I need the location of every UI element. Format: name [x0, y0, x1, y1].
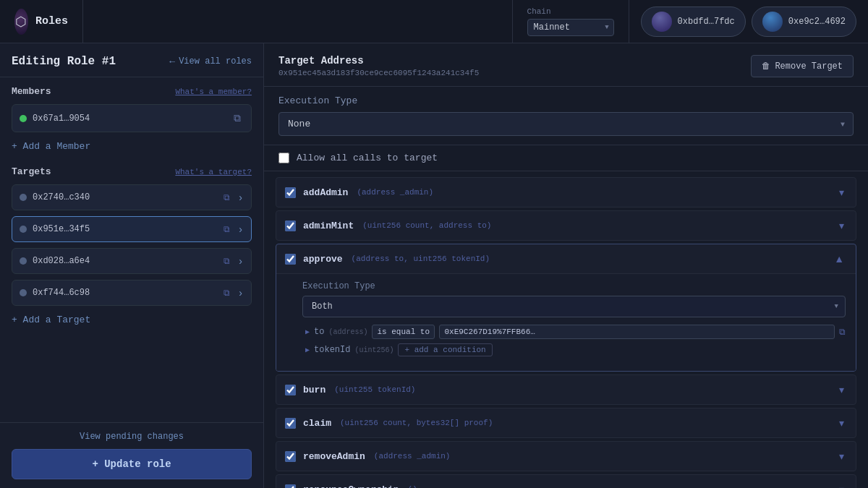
- logo-area: ⬡ Roles: [0, 0, 83, 43]
- target-address-section: Target Address 0x951ec45a3d183f30ce9cec6…: [264, 43, 868, 87]
- wallet-item-1[interactable]: 0xbdfd…7fdc: [641, 7, 746, 37]
- function-checkbox-1[interactable]: [285, 221, 296, 231]
- chain-section: Chain Mainnet: [512, 0, 629, 43]
- exec-type-label: Execution Type: [278, 95, 854, 106]
- function-checkbox-4[interactable]: [285, 418, 296, 429]
- targets-section-header: Targets What's a target?: [0, 158, 263, 181]
- function-checkbox-3[interactable]: [285, 385, 296, 395]
- main-layout: Editing Role #1 View all roles Members W…: [0, 43, 868, 488]
- condition-row-2-1: ▶tokenId(uint256)+ add a condition: [302, 343, 846, 356]
- function-header-2[interactable]: approve(address to, uint256 tokenId)▲: [276, 244, 856, 273]
- function-expand-button-1[interactable]: ▾: [836, 218, 847, 233]
- function-checkbox-2[interactable]: [285, 254, 296, 265]
- target-item-2[interactable]: 0xd028…a6e4 ⧉ ›: [12, 248, 252, 274]
- function-expand-button-0[interactable]: ▾: [836, 185, 847, 200]
- wallet-item-2[interactable]: 0xe9c2…4692: [752, 7, 856, 37]
- wallet-items: 0xbdfd…7fdc 0xe9c2…4692: [629, 0, 868, 43]
- function-params-4: (uint256 count, bytes32[] proof): [340, 419, 493, 427]
- function-row-5: removeAdmin(address _admin)▾: [276, 441, 856, 471]
- editing-role-header: Editing Role #1 View all roles: [0, 43, 263, 77]
- wallet-address-1: 0xbdfd…7fdc: [678, 17, 735, 27]
- function-checkbox-5[interactable]: [285, 451, 296, 462]
- function-expand-button-2[interactable]: ▲: [831, 252, 847, 266]
- condition-operator-select-2-0[interactable]: is equal to: [372, 325, 435, 339]
- target-copy-button-2[interactable]: ⧉: [222, 254, 231, 267]
- member-copy-button[interactable]: ⧉: [231, 111, 244, 126]
- condition-expand-arrow-2-1[interactable]: ▶: [305, 346, 310, 354]
- target-copy-button-1[interactable]: ⧉: [222, 223, 231, 236]
- condition-field-type-2-1: (uint256): [354, 346, 393, 354]
- function-header-5[interactable]: removeAdmin(address _admin)▾: [276, 442, 856, 471]
- right-panel: Target Address 0x951ec45a3d183f30ce9cec6…: [264, 43, 868, 488]
- chain-select-wrap: Mainnet: [527, 19, 614, 36]
- function-row-4: claim(uint256 count, bytes32[] proof)▾: [276, 408, 856, 438]
- target-dot-3: [20, 289, 27, 296]
- function-checkbox-6[interactable]: [285, 484, 296, 489]
- add-member-link[interactable]: + Add a Member: [0, 135, 263, 158]
- function-header-0[interactable]: addAdmin(address _admin)▾: [276, 178, 856, 207]
- target-dot-1: [20, 226, 27, 233]
- condition-field-type-2-0: (address): [328, 328, 367, 336]
- exec-select-wrap: None Send DelegateCall Both: [278, 112, 854, 136]
- execution-type-section: Execution Type None Send DelegateCall Bo…: [264, 87, 868, 145]
- function-expand-button-5[interactable]: ▾: [836, 449, 847, 463]
- target-copy-button-0[interactable]: ⧉: [222, 191, 231, 204]
- target-arrow-button-1[interactable]: ›: [237, 222, 244, 236]
- view-all-roles-link[interactable]: View all roles: [169, 56, 252, 67]
- top-nav: ⬡ Roles Chain Mainnet 0xbdfd…7fdc 0xe9c2…: [0, 0, 868, 43]
- target-item-1[interactable]: 0x951e…34f5 ⧉ ›: [12, 216, 252, 242]
- function-name-3: burn: [303, 385, 326, 395]
- function-name-6: renounceOwnership: [303, 484, 399, 489]
- add-condition-button-2-1[interactable]: + add a condition: [398, 343, 492, 356]
- function-row-2: approve(address to, uint256 tokenId)▲Exe…: [276, 244, 856, 372]
- function-expanded-body-2: Execution TypeSendDelegateCallBoth▶to(ad…: [276, 273, 856, 371]
- app-logo: ⬡: [14, 9, 28, 35]
- target-item-0[interactable]: 0x2740…c340 ⧉ ›: [12, 184, 252, 210]
- target-address-0: 0x2740…c340: [33, 192, 216, 202]
- target-item-3[interactable]: 0xf744…6c98 ⧉ ›: [12, 280, 252, 306]
- function-params-6: (): [408, 485, 417, 488]
- view-pending-link[interactable]: View pending changes: [12, 432, 252, 442]
- function-header-4[interactable]: claim(uint256 count, bytes32[] proof)▾: [276, 408, 856, 437]
- function-params-2: (address to, uint256 tokenId): [352, 254, 490, 263]
- function-header-3[interactable]: burn(uint255 tokenId)▾: [276, 375, 856, 404]
- condition-value-input-2-0[interactable]: [439, 325, 835, 339]
- remove-target-button[interactable]: 🗑 Remove Target: [751, 55, 854, 77]
- function-params-0: (address _admin): [357, 188, 433, 197]
- target-dot-2: [20, 257, 27, 265]
- update-role-button[interactable]: + Update role: [12, 449, 252, 479]
- function-header-6[interactable]: renounceOwnership()▾: [276, 475, 856, 488]
- exec-type-select[interactable]: None Send DelegateCall Both: [278, 112, 854, 136]
- member-status-dot: [20, 115, 27, 122]
- function-expand-button-3[interactable]: ▾: [836, 382, 847, 397]
- function-checkbox-0[interactable]: [285, 187, 296, 198]
- function-name-5: removeAdmin: [303, 451, 365, 462]
- target-addr-info: Target Address 0x951ec45a3d183f30ce9cec6…: [278, 55, 479, 77]
- function-params-1: (uint256 count, address to): [362, 221, 491, 230]
- function-name-1: adminMint: [303, 221, 354, 231]
- functions-list: addAdmin(address _admin)▾adminMint(uint2…: [264, 171, 868, 488]
- function-params-3: (uint255 tokenId): [334, 385, 415, 394]
- targets-help-link[interactable]: What's a target?: [175, 168, 252, 176]
- wallet-avatar-1: [652, 12, 672, 32]
- expanded-exec-select-2[interactable]: SendDelegateCallBoth: [302, 296, 846, 317]
- left-footer: View pending changes + Update role: [0, 422, 263, 488]
- function-header-1[interactable]: adminMint(uint256 count, address to)▾: [276, 211, 856, 240]
- members-help-link[interactable]: What's a member?: [175, 87, 252, 96]
- function-expand-button-6[interactable]: ▾: [836, 482, 847, 488]
- target-arrow-button-0[interactable]: ›: [237, 190, 244, 205]
- condition-copy-button-2-0[interactable]: ⧉: [839, 327, 846, 337]
- add-target-link[interactable]: + Add a Target: [0, 309, 263, 331]
- allow-all-checkbox[interactable]: [278, 153, 289, 163]
- function-expand-button-4[interactable]: ▾: [836, 416, 847, 430]
- target-arrow-button-2[interactable]: ›: [237, 254, 244, 268]
- target-arrow-button-3[interactable]: ›: [237, 286, 244, 300]
- condition-expand-arrow-2-0[interactable]: ▶: [305, 328, 310, 336]
- function-row-0: addAdmin(address _admin)▾: [276, 177, 856, 207]
- wallet-avatar-2: [762, 12, 783, 32]
- targets-title: Targets: [12, 166, 51, 177]
- target-copy-button-3[interactable]: ⧉: [222, 286, 231, 299]
- members-title: Members: [12, 86, 51, 97]
- chain-select[interactable]: Mainnet: [527, 19, 614, 36]
- allow-all-label: Allow all calls to target: [297, 153, 438, 163]
